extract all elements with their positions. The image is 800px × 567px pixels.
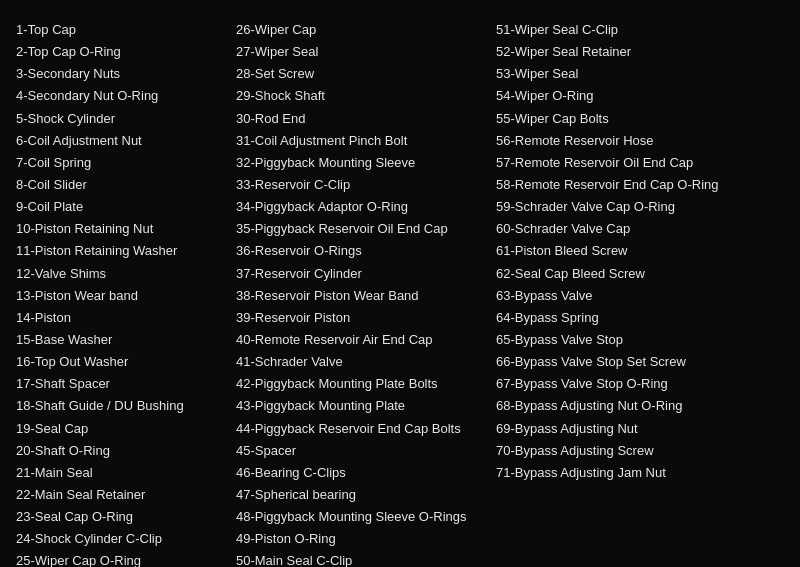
column-2: 26-Wiper Cap27-Wiper Seal28-Set Screw29-… xyxy=(236,20,496,567)
list-item: 31-Coil Adjustment Pinch Bolt xyxy=(236,131,496,151)
list-item: 21-Main Seal xyxy=(16,463,236,483)
list-item: 42-Piggyback Mounting Plate Bolts xyxy=(236,374,496,394)
list-item: 47-Spherical bearing xyxy=(236,485,496,505)
list-item: 39-Reservoir Piston xyxy=(236,308,496,328)
list-item: 54-Wiper O-Ring xyxy=(496,86,756,106)
list-item: 65-Bypass Valve Stop xyxy=(496,330,756,350)
list-item: 16-Top Out Washer xyxy=(16,352,236,372)
list-item: 67-Bypass Valve Stop O-Ring xyxy=(496,374,756,394)
list-item: 41-Schrader Valve xyxy=(236,352,496,372)
list-item: 36-Reservoir O-Rings xyxy=(236,241,496,261)
list-item: 53-Wiper Seal xyxy=(496,64,756,84)
list-item: 6-Coil Adjustment Nut xyxy=(16,131,236,151)
list-item: 44-Piggyback Reservoir End Cap Bolts xyxy=(236,419,496,439)
list-item: 68-Bypass Adjusting Nut O-Ring xyxy=(496,396,756,416)
list-item: 70-Bypass Adjusting Screw xyxy=(496,441,756,461)
list-item: 22-Main Seal Retainer xyxy=(16,485,236,505)
column-3: 51-Wiper Seal C-Clip52-Wiper Seal Retain… xyxy=(496,20,756,567)
list-item: 7-Coil Spring xyxy=(16,153,236,173)
list-item: 34-Piggyback Adaptor O-Ring xyxy=(236,197,496,217)
list-item: 9-Coil Plate xyxy=(16,197,236,217)
column-1: 1-Top Cap2-Top Cap O-Ring3-Secondary Nut… xyxy=(16,20,236,567)
list-item: 35-Piggyback Reservoir Oil End Cap xyxy=(236,219,496,239)
list-item: 26-Wiper Cap xyxy=(236,20,496,40)
list-item: 37-Reservoir Cylinder xyxy=(236,264,496,284)
list-item: 11-Piston Retaining Washer xyxy=(16,241,236,261)
list-item: 62-Seal Cap Bleed Screw xyxy=(496,264,756,284)
list-item: 45-Spacer xyxy=(236,441,496,461)
list-item: 24-Shock Cylinder C-Clip xyxy=(16,529,236,549)
list-item: 3-Secondary Nuts xyxy=(16,64,236,84)
list-item: 59-Schrader Valve Cap O-Ring xyxy=(496,197,756,217)
list-item: 60-Schrader Valve Cap xyxy=(496,219,756,239)
list-item: 19-Seal Cap xyxy=(16,419,236,439)
list-item: 50-Main Seal C-Clip xyxy=(236,551,496,567)
list-item: 23-Seal Cap O-Ring xyxy=(16,507,236,527)
parts-list: 1-Top Cap2-Top Cap O-Ring3-Secondary Nut… xyxy=(16,20,784,567)
list-item: 64-Bypass Spring xyxy=(496,308,756,328)
list-item: 4-Secondary Nut O-Ring xyxy=(16,86,236,106)
list-item: 56-Remote Reservoir Hose xyxy=(496,131,756,151)
list-item: 18-Shaft Guide / DU Bushing xyxy=(16,396,236,416)
list-item: 43-Piggyback Mounting Plate xyxy=(236,396,496,416)
list-item: 29-Shock Shaft xyxy=(236,86,496,106)
list-item: 58-Remote Reservoir End Cap O-Ring xyxy=(496,175,756,195)
list-item: 61-Piston Bleed Screw xyxy=(496,241,756,261)
list-item: 46-Bearing C-Clips xyxy=(236,463,496,483)
list-item: 38-Reservoir Piston Wear Band xyxy=(236,286,496,306)
list-item: 15-Base Washer xyxy=(16,330,236,350)
list-item: 8-Coil Slider xyxy=(16,175,236,195)
list-item: 69-Bypass Adjusting Nut xyxy=(496,419,756,439)
list-item: 30-Rod End xyxy=(236,109,496,129)
list-item: 40-Remote Reservoir Air End Cap xyxy=(236,330,496,350)
list-item: 27-Wiper Seal xyxy=(236,42,496,62)
list-item: 10-Piston Retaining Nut xyxy=(16,219,236,239)
list-item: 48-Piggyback Mounting Sleeve O-Rings xyxy=(236,507,496,527)
list-item: 28-Set Screw xyxy=(236,64,496,84)
list-item: 49-Piston O-Ring xyxy=(236,529,496,549)
list-item: 12-Valve Shims xyxy=(16,264,236,284)
list-item: 2-Top Cap O-Ring xyxy=(16,42,236,62)
list-item: 63-Bypass Valve xyxy=(496,286,756,306)
list-item: 71-Bypass Adjusting Jam Nut xyxy=(496,463,756,483)
list-item: 1-Top Cap xyxy=(16,20,236,40)
list-item: 66-Bypass Valve Stop Set Screw xyxy=(496,352,756,372)
list-item: 5-Shock Cylinder xyxy=(16,109,236,129)
list-item: 52-Wiper Seal Retainer xyxy=(496,42,756,62)
list-item: 14-Piston xyxy=(16,308,236,328)
list-item: 25-Wiper Cap O-Ring xyxy=(16,551,236,567)
list-item: 20-Shaft O-Ring xyxy=(16,441,236,461)
list-item: 55-Wiper Cap Bolts xyxy=(496,109,756,129)
list-item: 32-Piggyback Mounting Sleeve xyxy=(236,153,496,173)
list-item: 33-Reservoir C-Clip xyxy=(236,175,496,195)
list-item: 13-Piston Wear band xyxy=(16,286,236,306)
list-item: 57-Remote Reservoir Oil End Cap xyxy=(496,153,756,173)
list-item: 51-Wiper Seal C-Clip xyxy=(496,20,756,40)
list-item: 17-Shaft Spacer xyxy=(16,374,236,394)
